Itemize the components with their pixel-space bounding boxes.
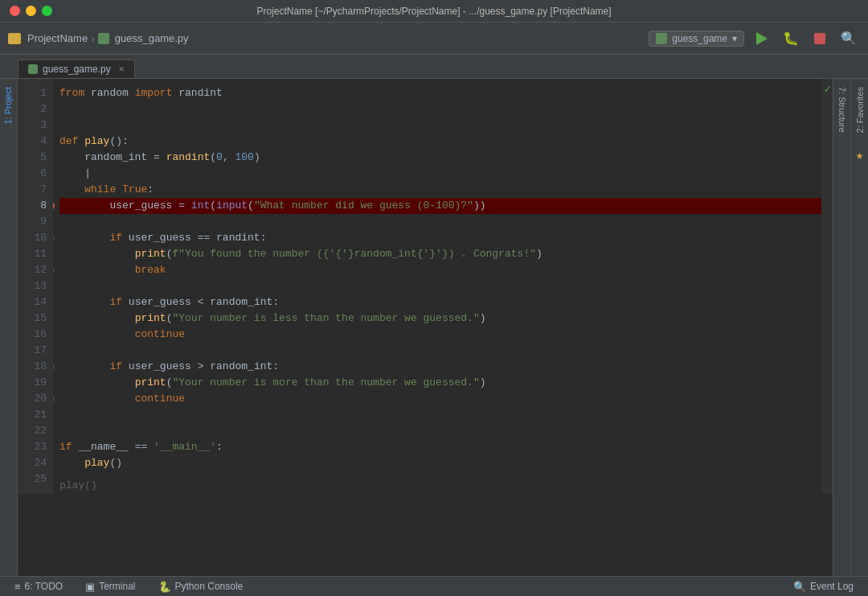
favorites-star-icon: ★ <box>856 141 864 163</box>
bottom-tab-event-log[interactable]: 🔍 Event Log <box>788 579 858 594</box>
line-num-4: 4 <box>18 134 53 150</box>
line-num-13: 13 <box>18 278 53 294</box>
left-sidebar-tabs: 1: Project <box>0 79 18 576</box>
traffic-lights <box>10 6 52 16</box>
code-line-4: def play(): <box>59 134 821 150</box>
file-tab-close-button[interactable]: × <box>119 64 125 75</box>
sidebar-item-favorites[interactable]: 2: Favorites <box>852 79 868 141</box>
title-bar: ProjectName [~/PycharmProjects/ProjectNa… <box>0 0 868 23</box>
line-num-23: 23 <box>18 439 53 455</box>
maximize-button[interactable] <box>42 6 52 16</box>
code-line-9 <box>59 214 821 230</box>
code-line-8: user_guess = int(input("What number did … <box>59 198 821 214</box>
minimize-button[interactable] <box>26 6 36 16</box>
folder-icon <box>8 33 21 44</box>
code-line-15: print("Your number is less than the numb… <box>59 310 821 327</box>
line-num-3: 3 <box>18 117 53 134</box>
breadcrumb-file[interactable]: guess_game.py <box>115 32 189 44</box>
code-line-2 <box>59 101 821 117</box>
stop-button[interactable] <box>809 27 831 50</box>
run-config-label: guess_game <box>672 33 727 44</box>
code-line-22 <box>59 423 821 439</box>
code-line-25 <box>59 471 821 487</box>
event-log-label: Event Log <box>810 581 854 592</box>
line-num-2: 2 <box>18 101 53 117</box>
fold-circle-10[interactable] <box>53 233 55 243</box>
todo-icon: ≡ <box>14 581 21 593</box>
favorites-tab: 2: Favorites ★ <box>850 79 868 576</box>
line-num-9: 9 <box>18 214 53 230</box>
line-num-12: 12 <box>18 262 53 278</box>
terminal-label: Terminal <box>99 581 135 592</box>
file-tabs: guess_game.py × <box>0 55 868 79</box>
code-line-13 <box>59 278 821 294</box>
line-num-7: 7 <box>18 182 53 198</box>
code-line-7: → while True: <box>59 182 821 198</box>
breadcrumb: ProjectName › guess_game.py <box>8 32 189 45</box>
editor-wrapper: 1 2 3 4 5 6 7 8 9 10 11 12 13 14 15 16 1… <box>18 79 833 576</box>
bottom-tab-todo[interactable]: ≡ 6: TODO <box>10 579 68 594</box>
run-config-icon <box>656 33 667 44</box>
sidebar-item-project[interactable]: 1: Project <box>0 79 17 132</box>
file-icon <box>98 33 109 44</box>
code-line-6: | <box>59 166 821 182</box>
file-tab-guess-game[interactable]: guess_game.py × <box>18 60 135 78</box>
bug-icon: 🐛 <box>783 31 799 47</box>
line-num-18: 18 <box>18 359 53 375</box>
editor-hint: play() <box>59 478 97 494</box>
window-title: ProjectName [~/PycharmProjects/ProjectNa… <box>256 6 611 17</box>
event-log-icon: 🔍 <box>793 581 806 593</box>
run-button[interactable] <box>751 27 773 50</box>
code-line-14: if user_guess < random_int: <box>59 294 821 310</box>
line-numbers: 1 2 3 4 5 6 7 8 9 10 11 12 13 14 15 16 1… <box>18 79 53 494</box>
file-tab-icon <box>28 64 38 74</box>
breakpoint-dot <box>53 201 55 211</box>
fold-circle-12[interactable] <box>53 265 55 275</box>
fold-circle-18[interactable] <box>53 362 55 372</box>
play-icon <box>756 32 768 45</box>
no-errors-indicator: ✓ <box>825 82 831 96</box>
run-configuration[interactable]: guess_game ▾ <box>649 31 744 47</box>
code-line-10: if user_guess == randint: <box>59 230 821 246</box>
main-layout: 1: Project 1 2 3 4 5 6 7 8 9 10 11 12 13… <box>0 79 868 576</box>
code-line-19: print("Your number is more than the numb… <box>59 375 821 391</box>
bottom-tab-terminal[interactable]: ▣ Terminal <box>80 579 140 594</box>
line-num-19: 19 <box>18 375 53 391</box>
close-button[interactable] <box>10 6 20 16</box>
code-line-12: break <box>59 262 821 278</box>
code-line-21 <box>59 407 821 423</box>
bottom-tab-python-console[interactable]: 🐍 Python Console <box>154 579 248 594</box>
editor-area[interactable]: 1 2 3 4 5 6 7 8 9 10 11 12 13 14 15 16 1… <box>18 79 833 494</box>
code-line-18: if user_guess > random_int: <box>59 359 821 375</box>
debug-button[interactable]: 🐛 <box>780 27 802 50</box>
python-console-label: Python Console <box>175 581 244 592</box>
breadcrumb-project[interactable]: ProjectName <box>27 32 88 44</box>
line-num-1: 1 <box>18 85 53 101</box>
line-num-20: 20 <box>18 391 53 407</box>
line-num-5: 5 <box>18 150 53 166</box>
todo-label: 6: TODO <box>25 581 63 592</box>
code-line-11: print(f"You found the number ({'{'}rando… <box>59 246 821 262</box>
search-button[interactable]: 🔍 <box>837 27 860 50</box>
code-line-3 <box>59 117 821 134</box>
breadcrumb-separator: › <box>91 32 95 45</box>
right-error-sidebar: ✓ <box>821 79 833 494</box>
line-num-6: 6 <box>18 166 53 182</box>
run-config-dropdown-arrow[interactable]: ▾ <box>732 33 737 44</box>
sidebar-item-structure[interactable]: 7: Structure <box>833 79 850 141</box>
file-tab-name: guess_game.py <box>43 64 111 75</box>
search-icon: 🔍 <box>841 31 857 47</box>
stop-icon <box>814 33 825 44</box>
toolbar: ProjectName › guess_game.py guess_game ▾… <box>0 23 868 55</box>
right-structure-tabs: 7: Structure <box>833 79 850 576</box>
fold-circle-20[interactable] <box>53 394 55 404</box>
code-content[interactable]: from random import randint def play(): r… <box>53 79 821 494</box>
line-num-24: 24 <box>18 455 53 471</box>
code-line-5: random_int = randint(0, 100) <box>59 150 821 166</box>
line-num-25: 25 <box>18 471 53 487</box>
code-line-23: ▶ if __name__ == '__main__': <box>59 439 821 455</box>
kw-from: from <box>59 85 84 101</box>
python-console-icon: 🐍 <box>158 581 171 593</box>
line-num-10: 10 <box>18 230 53 246</box>
bottom-panel: ≡ 6: TODO ▣ Terminal 🐍 Python Console 🔍 … <box>0 576 868 596</box>
